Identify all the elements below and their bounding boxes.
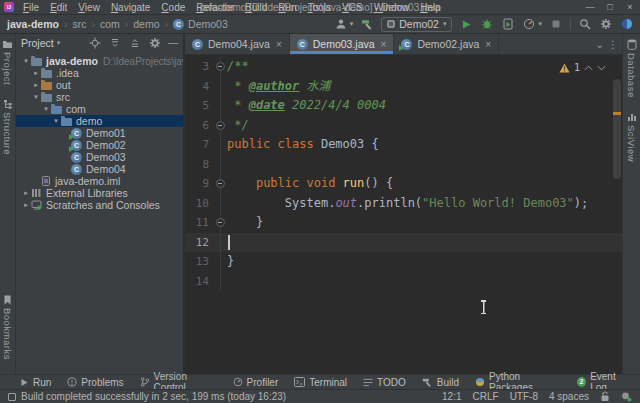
indent-widget[interactable]: 4 spaces — [549, 391, 589, 402]
fold-marker-icon[interactable] — [216, 179, 225, 188]
editor-tab-demo02-java[interactable]: CDemo02.java× — [394, 34, 499, 54]
profile-avatar-icon[interactable] — [620, 17, 634, 31]
menu-item-view[interactable]: View — [73, 1, 105, 14]
line-separator-widget[interactable]: CRLF — [473, 391, 499, 402]
tree-item-demo01[interactable]: CDemo01 — [16, 127, 183, 139]
editor-tab-demo04-java[interactable]: CDemo04.java× — [185, 34, 290, 54]
code-text: public void run() { — [227, 174, 393, 194]
project-settings-gear-icon[interactable] — [148, 36, 162, 50]
tool-window-button-database[interactable]: Database — [626, 39, 637, 98]
fold-marker-icon[interactable] — [216, 218, 225, 227]
tree-item-scratches and consoles[interactable]: ▸Scratches and Consoles — [16, 199, 183, 211]
breadcrumb-item-java-demo[interactable]: java-demo — [7, 18, 59, 30]
fold-marker-icon[interactable] — [216, 121, 225, 130]
menu-item-help[interactable]: Help — [415, 1, 446, 14]
tree-closed-arrow-icon[interactable]: ▸ — [31, 81, 41, 89]
text-caret — [228, 235, 230, 250]
menu-item-window[interactable]: Window — [369, 1, 415, 14]
tree-open-arrow-icon[interactable]: ▾ — [41, 105, 51, 113]
tree-item-demo02[interactable]: CDemo02 — [16, 139, 183, 151]
menu-item-code[interactable]: Code — [156, 1, 190, 14]
tool-window-button-structure[interactable]: Structure — [2, 99, 13, 155]
tool-window-button-terminal[interactable]: Terminal — [294, 377, 347, 388]
tree-item-src[interactable]: ▾src — [16, 91, 183, 103]
menu-item-refactor[interactable]: Refactor — [191, 1, 239, 14]
sciview-tool-icon — [627, 112, 637, 122]
encoding-widget[interactable]: UTF-8 — [510, 391, 538, 402]
collapse-all-icon[interactable] — [128, 36, 142, 50]
minimize-button[interactable]: — — [580, 0, 600, 14]
profiler-dropdown-caret-icon[interactable]: ▾ — [538, 20, 542, 28]
tool-window-button-sciview[interactable]: SciView — [626, 112, 637, 162]
tree-closed-arrow-icon[interactable]: ▸ — [31, 69, 41, 77]
menu-item-file[interactable]: File — [18, 1, 44, 14]
menu-item-navigate[interactable]: Navigate — [106, 1, 155, 14]
editor-tab-demo03-java[interactable]: CDemo03.java× — [290, 34, 395, 54]
run-with-coverage-icon[interactable] — [501, 17, 515, 31]
run-configuration-select[interactable]: Demo02 ▾ — [381, 17, 452, 32]
tree-item-demo04[interactable]: CDemo04 — [16, 163, 183, 175]
tree-item-demo03[interactable]: CDemo03 — [16, 151, 183, 163]
user-dropdown-caret-icon[interactable]: ▾ — [350, 20, 354, 28]
maximize-button[interactable]: □ — [600, 0, 620, 14]
breadcrumb-item-src[interactable]: src — [72, 18, 86, 30]
lock-icon[interactable] — [600, 391, 610, 402]
project-view-select[interactable]: Project ▾ — [21, 37, 60, 49]
class-icon: C — [71, 164, 82, 175]
tree-item-out[interactable]: ▸out — [16, 79, 183, 91]
tab-close-icon[interactable]: × — [485, 39, 491, 50]
user-icon[interactable] — [334, 17, 348, 31]
breadcrumb-item-com[interactable]: com — [100, 18, 120, 30]
tree-closed-arrow-icon[interactable]: ▸ — [21, 189, 31, 197]
tool-window-button-todo[interactable]: TODO — [363, 377, 406, 388]
tree-item-java-demo.iml[interactable]: java-demo.iml — [16, 175, 183, 187]
tree-open-arrow-icon[interactable]: ▾ — [51, 117, 61, 125]
code-editor[interactable]: 3/**4 * @author 水浦5 * @date 2022/4/4 000… — [185, 55, 622, 374]
code-with-me-icon[interactable] — [621, 391, 632, 402]
locate-file-icon[interactable] — [88, 36, 102, 50]
inspection-widget[interactable]: 1 — [559, 58, 606, 78]
tab-close-icon[interactable]: × — [276, 39, 282, 50]
tree-item-java-demo[interactable]: ▾java-demoD:\IdeaProjects\java-demo — [16, 55, 183, 67]
tree-item-demo[interactable]: ▾demo — [16, 115, 183, 127]
debug-button-icon[interactable] — [480, 17, 494, 31]
search-everywhere-icon[interactable] — [578, 17, 592, 31]
fold-marker-icon[interactable] — [216, 62, 225, 71]
profiler-icon[interactable] — [522, 17, 536, 31]
breadcrumb-item-demo[interactable]: demo — [133, 18, 159, 30]
tree-item-com[interactable]: ▾com — [16, 103, 183, 115]
tree-item-.idea[interactable]: ▸.idea — [16, 67, 183, 79]
build-hammer-icon[interactable] — [360, 17, 374, 31]
terminal-icon — [294, 377, 305, 387]
tab-options-icon[interactable]: ⋮ — [608, 39, 618, 50]
tool-window-button-problems[interactable]: Problems — [67, 377, 123, 388]
tree-open-arrow-icon[interactable]: ▾ — [31, 93, 41, 101]
tool-window-button-project[interactable]: Project — [2, 39, 13, 85]
menu-item-vcs[interactable]: VCS — [337, 1, 368, 14]
editor-scrollbar[interactable] — [611, 55, 622, 374]
menu-item-tools[interactable]: Tools — [303, 1, 336, 14]
caret-position-widget[interactable]: 12:1 — [442, 391, 461, 402]
expand-all-icon[interactable] — [108, 36, 122, 50]
tab-close-icon[interactable]: × — [381, 39, 387, 50]
tool-window-button-build[interactable]: Build — [422, 377, 459, 388]
menu-item-run[interactable]: Run — [273, 1, 301, 14]
breadcrumb-item-demo03[interactable]: Demo03 — [188, 18, 228, 30]
code-line-6: 6 */ — [185, 116, 622, 136]
settings-gear-icon[interactable] — [599, 17, 613, 31]
hide-panel-icon[interactable]: — — [168, 38, 178, 48]
menu-item-edit[interactable]: Edit — [45, 1, 72, 14]
package-icon — [51, 106, 62, 114]
run-button-icon[interactable] — [459, 17, 473, 31]
tool-window-button-bookmarks[interactable]: Bookmarks — [2, 295, 13, 360]
tool-window-button-profiler[interactable]: Profiler — [233, 377, 279, 388]
warning-stripe-mark[interactable] — [613, 112, 621, 115]
scrollbar-thumb[interactable] — [613, 79, 621, 179]
tree-open-arrow-icon[interactable]: ▾ — [21, 57, 31, 65]
hidden-tabs-icon[interactable]: ⌄ — [596, 39, 604, 50]
tool-window-button-run[interactable]: Run — [20, 377, 51, 388]
tree-item-external libraries[interactable]: ▸External Libraries — [16, 187, 183, 199]
close-button[interactable]: × — [620, 0, 640, 14]
tree-closed-arrow-icon[interactable]: ▸ — [21, 201, 31, 209]
menu-item-build[interactable]: Build — [240, 1, 272, 14]
